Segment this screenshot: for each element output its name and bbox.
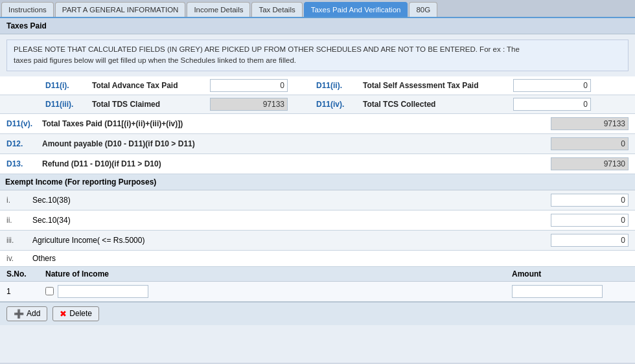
notice-box: PLEASE NOTE THAT CALCULATED FIELDS (IN G… [6, 40, 629, 71]
exempt-ii-label: Sec.10(34) [32, 216, 551, 225]
add-icon: ➕ [14, 309, 24, 319]
exempt-iii-label: Agriculture Income( <= Rs.5000) [32, 236, 551, 245]
row1-nature-cell [45, 285, 512, 298]
exempt-ii-id: ii. [6, 216, 32, 225]
d11ii-code: D11(ii). [316, 81, 362, 90]
tab-bar: Instructions PART A GENERAL INFORMATION … [0, 0, 635, 18]
d11v-label: Total Taxes Paid (D11[(i)+(ii)+(iii)+(iv… [42, 119, 551, 128]
exempt-i-label: Sec.10(38) [32, 196, 551, 205]
notice-line1: PLEASE NOTE THAT CALCULATED FIELDS (IN G… [14, 45, 520, 53]
d11iv-label: Total TCS Collected [363, 100, 512, 109]
row1-checkbox[interactable] [45, 287, 54, 295]
d12-code: D12. [6, 139, 42, 148]
tab-taxes-paid[interactable]: Taxes Paid And Verification [304, 2, 408, 17]
row1-amount-cell [512, 285, 629, 298]
d11v-code: D11(v). [6, 119, 42, 128]
d11iv-input[interactable] [513, 98, 591, 111]
tab-tax-details[interactable]: Tax Details [251, 2, 302, 17]
d11i-label: Total Advance Tax Paid [92, 81, 209, 90]
tab-part-a[interactable]: PART A GENERAL INFORMATION [55, 2, 186, 17]
exempt-iv-id: iv. [6, 254, 32, 263]
notice-line2: taxes paid figures below will get filled… [14, 56, 296, 64]
d12-input[interactable] [551, 137, 629, 150]
d11ii-label: Total Self Assessment Tax Paid [363, 81, 512, 90]
exempt-i-id: i. [6, 196, 32, 205]
d11v-input[interactable] [551, 117, 629, 130]
row1-nature-input[interactable] [58, 285, 148, 298]
button-bar: ➕ Add ✖ Delete [0, 302, 635, 325]
d11iii-label: Total TDS Claimed [92, 100, 209, 109]
d13-input[interactable] [551, 157, 629, 170]
tab-instructions[interactable]: Instructions [1, 2, 54, 17]
exempt-income-title: Exempt Income (For reporting Purposes) [5, 177, 156, 187]
col-amount: Amount [512, 269, 629, 279]
content-area: Taxes Paid PLEASE NOTE THAT CALCULATED F… [0, 18, 635, 363]
exempt-iv-label: Others [32, 254, 629, 263]
d13-label: Refund (D11 - D10)(if D11 > D10) [42, 159, 551, 168]
d11ii-input[interactable] [513, 79, 591, 92]
delete-icon: ✖ [60, 309, 67, 319]
d11i-input[interactable] [210, 79, 288, 92]
exempt-iii-id: iii. [6, 236, 32, 245]
tab-income-details[interactable]: Income Details [187, 2, 250, 17]
col-nature: Nature of Income [45, 269, 512, 279]
add-label: Add [27, 309, 40, 318]
tab-80g[interactable]: 80G [409, 2, 437, 17]
d11iv-code: D11(iv). [316, 100, 362, 109]
section-title: Taxes Paid [0, 18, 635, 34]
exempt-iii-input[interactable] [551, 234, 629, 247]
exempt-ii-input[interactable] [551, 214, 629, 227]
col-sno: S.No. [6, 269, 45, 279]
exempt-income-header: Exempt Income (For reporting Purposes) [0, 174, 635, 190]
d11i-code: D11(i). [45, 81, 91, 90]
row1-amount-input[interactable] [512, 285, 603, 298]
d11iii-code: D11(iii). [45, 100, 91, 109]
d11iii-input[interactable] [210, 98, 288, 111]
add-button[interactable]: ➕ Add [6, 306, 47, 321]
d13-code: D13. [6, 159, 42, 168]
row1-sno: 1 [6, 287, 45, 296]
delete-button[interactable]: ✖ Delete [52, 306, 99, 321]
exempt-i-input[interactable] [551, 194, 629, 207]
delete-label: Delete [69, 309, 92, 318]
d12-label: Amount payable (D10 - D11)(if D10 > D11) [42, 139, 551, 148]
